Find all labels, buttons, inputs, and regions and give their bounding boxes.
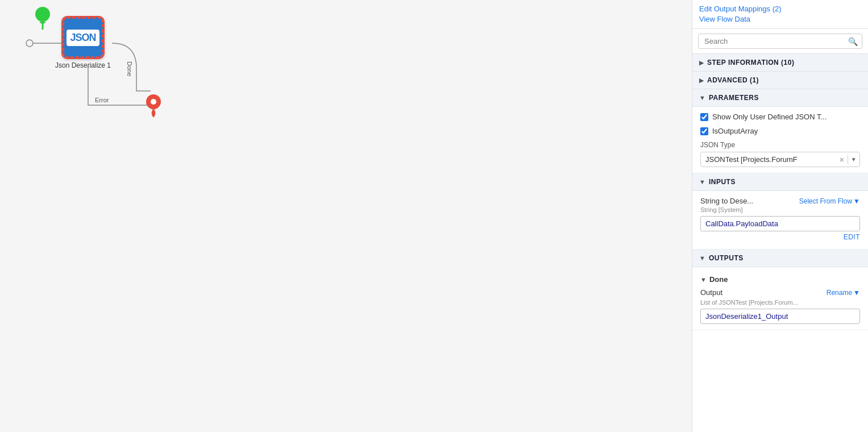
inputs-title: INPUTS bbox=[709, 178, 736, 186]
canvas-area: Done Error JSON Json Deserialize 1 bbox=[0, 0, 692, 432]
output-type-hint: List of JSONTest [Projects.Forum... bbox=[700, 299, 860, 306]
output-label: Output bbox=[700, 288, 722, 297]
json-type-field: JSON Type JSONTest [Projects.ForumF × ▾ bbox=[700, 141, 860, 167]
svg-text:Done: Done bbox=[126, 61, 133, 76]
string-to-dese-input[interactable] bbox=[700, 216, 860, 231]
node-label: Json Deserialize 1 bbox=[55, 61, 111, 69]
json-node-icon: JSON bbox=[67, 30, 99, 46]
outputs-done-label: Done bbox=[709, 275, 728, 284]
advanced-chevron: ▶ bbox=[699, 77, 704, 84]
outputs-title: OUTPUTS bbox=[709, 254, 744, 262]
edit-link[interactable]: EDIT bbox=[844, 233, 860, 241]
select-from-flow-link[interactable]: Select From Flow ▼ bbox=[799, 197, 860, 205]
destination-pin bbox=[145, 94, 162, 119]
advanced-title: ADVANCED (1) bbox=[707, 76, 759, 84]
is-output-array-label: IsOutputArray bbox=[712, 127, 758, 135]
inputs-header[interactable]: ▼ INPUTS bbox=[692, 173, 868, 191]
is-output-array-checkbox[interactable] bbox=[700, 127, 708, 135]
string-type-hint: String [System] bbox=[700, 206, 860, 213]
outputs-chevron: ▼ bbox=[699, 255, 705, 261]
outputs-header[interactable]: ▼ OUTPUTS bbox=[692, 250, 868, 267]
parameters-header[interactable]: ▼ PARAMETERS bbox=[692, 89, 868, 107]
start-pin bbox=[34, 6, 51, 31]
step-info-chevron: ▶ bbox=[699, 59, 704, 67]
parameters-content: Show Only User Defined JSON T... IsOutpu… bbox=[692, 107, 868, 173]
json-type-clear-icon[interactable]: × bbox=[836, 155, 848, 164]
rename-arrow: ▼ bbox=[853, 289, 860, 297]
rename-link[interactable]: Rename ▼ bbox=[827, 289, 860, 297]
svg-text:Error: Error bbox=[95, 97, 109, 103]
node-box[interactable]: JSON bbox=[63, 17, 103, 58]
select-from-flow-arrow: ▼ bbox=[853, 197, 860, 205]
search-input[interactable] bbox=[698, 34, 862, 49]
outputs-done-header: ▼ Done bbox=[700, 275, 860, 284]
view-flow-data-link[interactable]: View Flow Data bbox=[699, 15, 861, 23]
svg-point-0 bbox=[26, 40, 33, 47]
output-text-input[interactable] bbox=[700, 309, 860, 324]
edit-output-mappings-link[interactable]: Edit Output Mappings (2) bbox=[699, 5, 861, 13]
svg-point-7 bbox=[35, 7, 50, 22]
search-container: 🔍 bbox=[692, 29, 868, 54]
svg-point-9 bbox=[151, 99, 156, 105]
outputs-done-chevron: ▼ bbox=[700, 276, 707, 283]
json-type-value: JSONTest [Projects.ForumF bbox=[701, 152, 836, 167]
advanced-header[interactable]: ▶ ADVANCED (1) bbox=[692, 72, 868, 89]
flow-node[interactable]: JSON Json Deserialize 1 bbox=[63, 17, 103, 58]
parameters-chevron: ▼ bbox=[699, 94, 705, 101]
json-type-label: JSON Type bbox=[700, 141, 860, 149]
right-panel: Edit Output Mappings (2) View Flow Data … bbox=[692, 0, 868, 432]
output-row: Output Rename ▼ bbox=[700, 288, 860, 297]
inputs-content: String to Dese... Select From Flow ▼ Str… bbox=[692, 191, 868, 250]
outputs-content: ▼ Done Output Rename ▼ List of JSONTest … bbox=[692, 267, 868, 330]
show-only-user-defined-row: Show Only User Defined JSON T... bbox=[700, 113, 860, 121]
json-type-select[interactable]: JSONTest [Projects.ForumF × ▾ bbox=[700, 152, 860, 167]
step-information-header[interactable]: ▶ STEP INFORMATION (10) bbox=[692, 54, 868, 72]
parameters-title: PARAMETERS bbox=[709, 94, 759, 102]
show-only-user-defined-label: Show Only User Defined JSON T... bbox=[712, 113, 827, 121]
is-output-array-row: IsOutputArray bbox=[700, 127, 860, 135]
step-information-title: STEP INFORMATION (10) bbox=[707, 59, 794, 67]
outputs-done-section: ▼ Done Output Rename ▼ List of JSONTest … bbox=[700, 275, 860, 324]
inputs-chevron: ▼ bbox=[699, 178, 705, 185]
string-to-dese-name: String to Dese... bbox=[700, 197, 753, 205]
show-only-user-defined-checkbox[interactable] bbox=[700, 113, 708, 121]
json-type-arrow-icon[interactable]: ▾ bbox=[848, 156, 859, 163]
search-icon: 🔍 bbox=[848, 37, 858, 46]
panel-header-links: Edit Output Mappings (2) View Flow Data bbox=[692, 0, 868, 29]
string-to-dese-row: String to Dese... Select From Flow ▼ Str… bbox=[700, 197, 860, 241]
